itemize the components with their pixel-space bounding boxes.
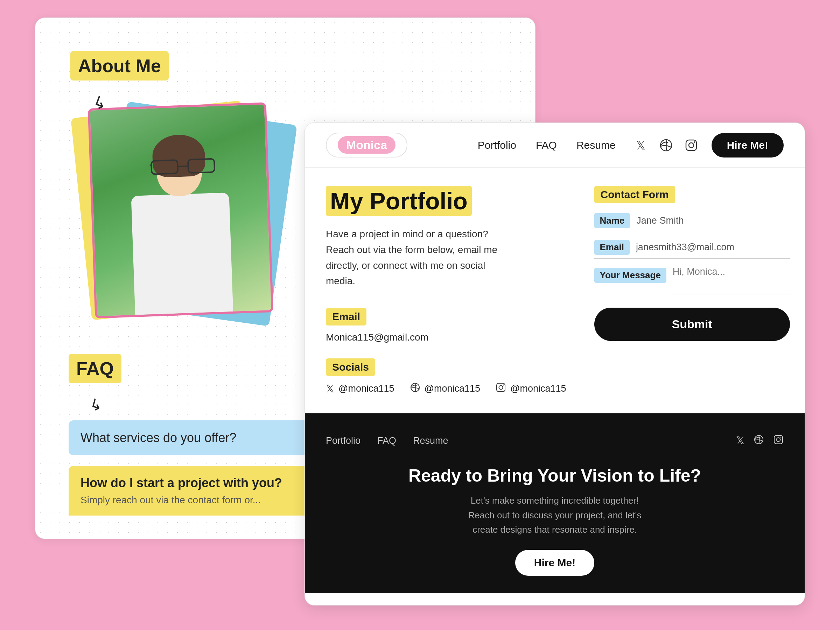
footer-dribbble-icon[interactable]	[753, 434, 764, 447]
instagram-social-icon	[496, 382, 506, 395]
nav-faq[interactable]: FAQ	[536, 139, 557, 151]
email-field-label: Email	[594, 240, 630, 255]
name-field-row: Name	[594, 213, 790, 232]
social-instagram[interactable]: @monica115	[496, 382, 566, 395]
dribbble-social-icon	[410, 382, 420, 395]
footer-cta-desc: Let's make something incredible together…	[460, 494, 649, 537]
photo-card-main	[88, 102, 274, 318]
footer-portfolio[interactable]: Portfolio	[326, 436, 360, 446]
footer-instagram-icon[interactable]	[773, 434, 784, 447]
svg-rect-0	[151, 160, 178, 174]
svg-rect-10	[497, 383, 505, 392]
message-textarea[interactable]	[673, 266, 790, 294]
nav-links: Portfolio FAQ Resume	[478, 139, 616, 151]
nav-resume[interactable]: Resume	[576, 139, 616, 151]
instagram-icon[interactable]	[684, 137, 699, 153]
email-field-row: Email	[594, 240, 790, 259]
socials-row: 𝕏 @monica115 @monica115	[326, 382, 566, 395]
svg-rect-6	[686, 140, 696, 150]
photo-stack	[70, 105, 287, 329]
svg-point-12	[503, 385, 504, 386]
faq-arrow-icon: ↳	[87, 395, 105, 415]
contact-form-label: Contact Form	[594, 186, 675, 203]
main-content: My Portfolio Have a project in mind or a…	[305, 167, 805, 413]
footer-x-icon[interactable]: 𝕏	[736, 434, 744, 447]
social-dribbble[interactable]: @monica115	[410, 382, 480, 395]
left-column: My Portfolio Have a project in mind or a…	[326, 186, 566, 395]
message-field-row: Your Message	[594, 266, 790, 294]
contact-form-column: Contact Form Name Email Your Message Sub…	[594, 186, 790, 395]
socials-section-label: Socials	[326, 358, 375, 376]
footer-cta-title: Ready to Bring Your Vision to Life?	[326, 466, 784, 486]
svg-line-2	[178, 166, 188, 166]
footer-faq[interactable]: FAQ	[377, 436, 396, 446]
nav-logo: Monica	[326, 133, 407, 158]
svg-rect-1	[188, 159, 215, 173]
dribbble-icon[interactable]	[658, 137, 674, 153]
footer-hire-button[interactable]: Hire Me!	[515, 550, 594, 576]
footer-nav: Portfolio FAQ Resume 𝕏	[326, 434, 784, 447]
x-social-icon: 𝕏	[326, 382, 334, 395]
social-x[interactable]: 𝕏 @monica115	[326, 382, 395, 395]
svg-point-11	[499, 386, 503, 390]
svg-rect-14	[774, 436, 783, 444]
faq-item-1[interactable]: What services do you offer?	[69, 420, 324, 455]
svg-point-8	[694, 141, 695, 143]
svg-point-7	[689, 143, 694, 148]
hire-me-button[interactable]: Hire Me!	[712, 133, 784, 158]
about-me-label: About Me	[70, 51, 169, 81]
faq-label: FAQ	[69, 354, 122, 383]
footer-resume[interactable]: Resume	[413, 436, 448, 446]
portfolio-title: My Portfolio	[326, 186, 472, 216]
name-field-label: Name	[594, 213, 630, 228]
submit-button[interactable]: Submit	[594, 308, 790, 341]
email-value: Monica115@gmail.com	[326, 332, 566, 343]
name-input[interactable]	[636, 215, 790, 226]
navbar: Monica Portfolio FAQ Resume 𝕏	[305, 123, 805, 167]
svg-point-16	[780, 437, 782, 438]
email-section-label: Email	[326, 308, 366, 325]
nav-portfolio[interactable]: Portfolio	[478, 139, 516, 151]
portfolio-card: Monica Portfolio FAQ Resume 𝕏	[305, 123, 805, 605]
nav-social-icons: 𝕏	[633, 137, 699, 153]
svg-point-15	[777, 438, 780, 442]
portfolio-description: Have a project in mind or a question? Re…	[326, 226, 501, 289]
email-input[interactable]	[636, 242, 790, 253]
faq-item-2[interactable]: How do I start a project with you? Simpl…	[69, 466, 324, 516]
footer: Portfolio FAQ Resume 𝕏	[305, 413, 805, 593]
x-icon[interactable]: 𝕏	[633, 137, 649, 153]
message-field-label: Your Message	[594, 268, 666, 283]
footer-social-icons: 𝕏	[736, 434, 784, 447]
